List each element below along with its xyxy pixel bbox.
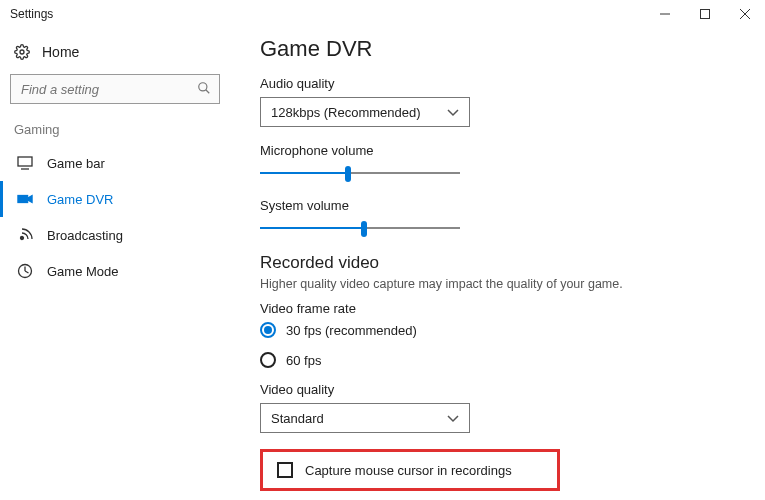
- frame-rate-label: Video frame rate: [260, 301, 735, 316]
- game-dvr-icon: [17, 191, 33, 207]
- sidebar-section-heading: Gaming: [0, 122, 230, 145]
- minimize-button[interactable]: [645, 0, 685, 28]
- game-bar-icon: [17, 155, 33, 171]
- frame-rate-option-30fps[interactable]: 30 fps (recommended): [260, 322, 735, 338]
- svg-point-4: [20, 50, 24, 54]
- system-volume-label: System volume: [260, 198, 735, 213]
- microphone-volume-label: Microphone volume: [260, 143, 735, 158]
- radio-label: 30 fps (recommended): [286, 323, 417, 338]
- slider-thumb[interactable]: [345, 166, 351, 182]
- main-content: Game DVR Audio quality 128kbps (Recommen…: [240, 28, 765, 500]
- recorded-video-desc: Higher quality video capture may impact …: [260, 277, 735, 291]
- video-quality-value: Standard: [271, 411, 324, 426]
- search-input[interactable]: [10, 74, 220, 104]
- system-volume-slider[interactable]: [260, 219, 460, 237]
- sidebar-item-label: Broadcasting: [47, 228, 123, 243]
- svg-line-13: [25, 271, 29, 273]
- capture-cursor-highlight: Capture mouse cursor in recordings: [260, 449, 560, 491]
- svg-line-6: [206, 89, 210, 93]
- sidebar-item-label: Game DVR: [47, 192, 113, 207]
- chevron-down-icon: [447, 105, 459, 120]
- radio-label: 60 fps: [286, 353, 321, 368]
- capture-cursor-checkbox[interactable]: [277, 462, 293, 478]
- sidebar-home-label: Home: [42, 44, 79, 60]
- svg-rect-1: [701, 10, 710, 19]
- svg-point-5: [199, 82, 207, 90]
- audio-quality-dropdown[interactable]: 128kbps (Recommended): [260, 97, 470, 127]
- svg-rect-9: [18, 195, 28, 202]
- broadcasting-icon: [17, 227, 33, 243]
- sidebar-item-broadcasting[interactable]: Broadcasting: [0, 217, 230, 253]
- slider-thumb[interactable]: [361, 221, 367, 237]
- svg-point-10: [21, 237, 24, 240]
- chevron-down-icon: [447, 411, 459, 426]
- audio-quality-label: Audio quality: [260, 76, 735, 91]
- audio-quality-value: 128kbps (Recommended): [271, 105, 421, 120]
- titlebar: Settings: [0, 0, 765, 28]
- sidebar-item-game-bar[interactable]: Game bar: [0, 145, 230, 181]
- video-quality-dropdown[interactable]: Standard: [260, 403, 470, 433]
- sidebar-item-label: Game Mode: [47, 264, 119, 279]
- capture-cursor-label: Capture mouse cursor in recordings: [305, 463, 512, 478]
- maximize-button[interactable]: [685, 0, 725, 28]
- search-icon: [197, 81, 211, 98]
- sidebar-item-game-dvr[interactable]: Game DVR: [0, 181, 230, 217]
- game-mode-icon: [17, 263, 33, 279]
- radio-icon: [260, 352, 276, 368]
- frame-rate-option-60fps[interactable]: 60 fps: [260, 352, 735, 368]
- search-field[interactable]: [19, 81, 197, 98]
- microphone-volume-slider[interactable]: [260, 164, 460, 182]
- gear-icon: [14, 44, 30, 60]
- page-title: Game DVR: [260, 36, 735, 62]
- sidebar-item-label: Game bar: [47, 156, 105, 171]
- radio-icon: [260, 322, 276, 338]
- video-quality-label: Video quality: [260, 382, 735, 397]
- svg-rect-7: [18, 157, 32, 166]
- recorded-video-heading: Recorded video: [260, 253, 735, 273]
- sidebar-home[interactable]: Home: [0, 38, 230, 74]
- sidebar-item-game-mode[interactable]: Game Mode: [0, 253, 230, 289]
- window-title: Settings: [10, 7, 53, 21]
- close-button[interactable]: [725, 0, 765, 28]
- sidebar: Home Gaming Game bar Game DVR Broa: [0, 28, 240, 500]
